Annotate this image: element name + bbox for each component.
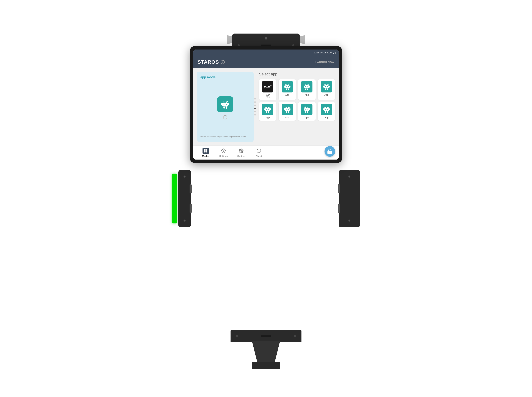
dot-1[interactable] bbox=[254, 98, 256, 99]
app-label-8: App bbox=[324, 116, 328, 119]
bottom-mount-top bbox=[230, 330, 302, 342]
nav-label-modes: Modes bbox=[202, 155, 209, 157]
settings-icon bbox=[220, 148, 227, 154]
tauri-logo: TAURI™ bbox=[264, 85, 272, 88]
app-selector: Select app TAURI™ Tauri 2.0.0 bbox=[254, 68, 339, 145]
svg-point-67 bbox=[308, 107, 308, 108]
app-mode-icon-area bbox=[200, 83, 250, 133]
app-label-2: App bbox=[285, 93, 289, 96]
left-bracket bbox=[178, 170, 191, 227]
app-item-5[interactable]: App bbox=[259, 102, 277, 121]
svg-point-45 bbox=[268, 107, 269, 108]
app-grid: TAURI™ Tauri 2.0.0 bbox=[259, 79, 335, 121]
svg-point-20 bbox=[286, 86, 287, 87]
svg-rect-26 bbox=[309, 86, 310, 87]
bracket-screw-top-right bbox=[348, 175, 351, 178]
svg-rect-90 bbox=[204, 151, 206, 152]
svg-rect-60 bbox=[286, 111, 287, 113]
status-bar: 10:36 06/22/2020 bbox=[193, 50, 339, 56]
right-bracket bbox=[339, 170, 360, 227]
dot-5[interactable] bbox=[254, 111, 256, 112]
side-button-top-right[interactable] bbox=[338, 184, 340, 193]
dot-6[interactable] bbox=[254, 114, 256, 116]
android-icon bbox=[220, 99, 230, 109]
app-thumbnail-4 bbox=[321, 81, 332, 93]
svg-line-41 bbox=[328, 84, 329, 85]
signal-icon bbox=[333, 52, 336, 54]
svg-point-64 bbox=[286, 109, 287, 110]
side-button-bottom[interactable] bbox=[190, 204, 192, 213]
app-label-7: App bbox=[305, 116, 309, 119]
unlock-button[interactable] bbox=[325, 146, 335, 157]
app-item-7[interactable]: App bbox=[298, 102, 316, 121]
svg-rect-46 bbox=[265, 108, 270, 111]
app-header: STAROS i LAUNCH NOW bbox=[193, 56, 339, 68]
app-item-3[interactable]: App bbox=[298, 79, 316, 100]
side-button-top[interactable] bbox=[190, 184, 192, 193]
nav-item-settings[interactable]: Settings bbox=[215, 146, 232, 160]
app-item-2[interactable]: App bbox=[278, 79, 296, 100]
svg-rect-91 bbox=[206, 151, 207, 152]
app-item-tauri[interactable]: TAURI™ Tauri 2.0.0 bbox=[259, 79, 277, 100]
side-button-bottom-right[interactable] bbox=[338, 204, 340, 213]
svg-point-75 bbox=[305, 109, 306, 110]
nav-label-about: About bbox=[256, 155, 262, 157]
svg-point-56 bbox=[288, 107, 289, 108]
svg-rect-15 bbox=[290, 86, 290, 87]
right-side-panel bbox=[339, 170, 360, 227]
svg-rect-58 bbox=[284, 108, 285, 110]
app-item-8[interactable]: App bbox=[318, 102, 335, 121]
bottom-screw-right bbox=[294, 335, 296, 337]
svg-rect-36 bbox=[323, 86, 324, 87]
app-mode-title: app mode bbox=[200, 75, 215, 79]
svg-line-52 bbox=[269, 107, 270, 108]
svg-rect-47 bbox=[264, 108, 266, 110]
svg-rect-17 bbox=[288, 88, 289, 90]
svg-rect-70 bbox=[309, 108, 310, 110]
svg-point-9 bbox=[224, 104, 224, 105]
svg-line-51 bbox=[266, 107, 266, 108]
logo-area: STAROS i bbox=[198, 59, 225, 65]
svg-rect-97 bbox=[328, 151, 332, 154]
svg-rect-35 bbox=[324, 85, 329, 88]
app-mode-panel: app mode bbox=[197, 72, 254, 142]
app-label-5: App bbox=[266, 116, 270, 119]
info-icon[interactable]: i bbox=[221, 60, 225, 64]
svg-line-30 bbox=[308, 84, 309, 85]
svg-point-66 bbox=[305, 107, 306, 108]
launch-now-button[interactable]: LAUNCH NOW bbox=[315, 61, 334, 63]
device-scene: 10:36 06/22/2020 STAROS i LAUNCH NOW bbox=[169, 21, 363, 376]
app-item-6[interactable]: App bbox=[278, 102, 296, 121]
app-version-tauri: 2.0.0 bbox=[266, 96, 270, 98]
nav-item-system[interactable]: System bbox=[232, 146, 250, 160]
dot-3[interactable] bbox=[254, 105, 256, 106]
svg-point-0 bbox=[224, 101, 224, 103]
svg-line-40 bbox=[324, 84, 325, 85]
svg-rect-57 bbox=[285, 108, 290, 111]
svg-rect-80 bbox=[323, 108, 324, 110]
app-item-4[interactable]: App bbox=[318, 79, 335, 100]
system-icon bbox=[238, 148, 244, 154]
bottom-mount-slot bbox=[261, 335, 271, 337]
bracket-screw-bottom bbox=[184, 220, 186, 222]
left-area: app mode bbox=[193, 68, 254, 145]
svg-rect-88 bbox=[204, 149, 206, 150]
svg-rect-59 bbox=[290, 108, 290, 110]
svg-point-31 bbox=[305, 86, 306, 87]
svg-rect-89 bbox=[206, 149, 207, 150]
svg-point-65 bbox=[288, 109, 289, 110]
dot-4-active[interactable] bbox=[254, 108, 256, 109]
svg-point-34 bbox=[327, 84, 328, 85]
camera bbox=[265, 37, 267, 40]
dot-2[interactable] bbox=[254, 101, 256, 103]
selected-app-icon bbox=[217, 96, 233, 112]
nav-item-modes[interactable]: Modes bbox=[197, 146, 215, 160]
svg-rect-82 bbox=[325, 111, 326, 113]
status-date: 06/22/2020 bbox=[319, 51, 332, 54]
svg-point-54 bbox=[268, 109, 269, 110]
nav-item-about[interactable]: About bbox=[250, 146, 268, 160]
tauri-thumbnail: TAURI™ bbox=[262, 81, 273, 93]
svg-rect-5 bbox=[224, 106, 225, 109]
svg-point-43 bbox=[327, 86, 328, 87]
bottom-screw-left bbox=[236, 335, 238, 337]
